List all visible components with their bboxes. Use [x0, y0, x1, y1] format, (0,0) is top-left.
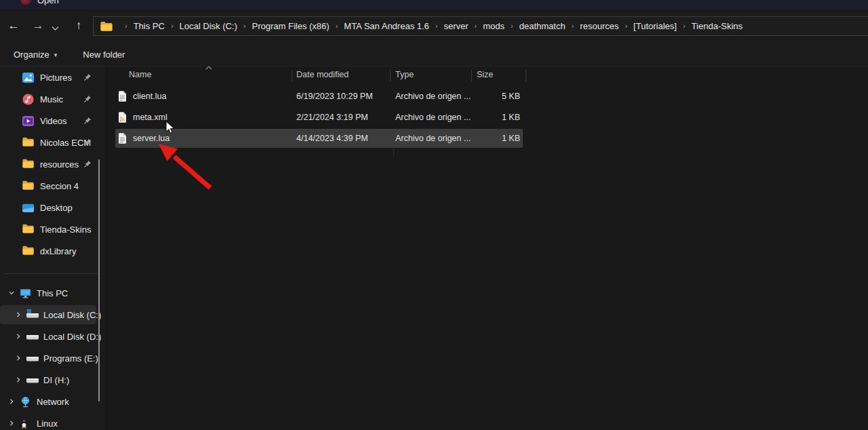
chevron-right-icon[interactable]: [15, 333, 22, 340]
chevron-right-icon[interactable]: [15, 355, 22, 361]
window-title: Open: [37, 0, 59, 5]
breadcrumb-separator: ›: [475, 22, 477, 30]
column-header-row: Name Date modified Type Size: [107, 68, 868, 83]
up-button[interactable]: ↑: [71, 18, 87, 34]
sidebar-item-label: resources: [40, 159, 79, 170]
chevron-right-icon[interactable]: [8, 420, 15, 427]
folder-icon: [22, 159, 34, 170]
mouse-cursor: [165, 121, 176, 135]
column-divider-artifact: [393, 149, 394, 156]
file-name: meta.xml: [133, 113, 167, 122]
file-row-meta-xml[interactable]: meta.xml 2/21/2024 3:19 PM Archivo de or…: [115, 108, 523, 127]
sidebar-item-pictures[interactable]: Pictures: [0, 66, 106, 88]
chevron-right-icon[interactable]: [15, 311, 22, 318]
sidebar-item-dxlibrary[interactable]: dxLibrary: [0, 240, 106, 262]
file-list-pane: Name Date modified Type Size client.lua …: [107, 66, 868, 430]
file-name: client.lua: [133, 92, 166, 101]
drive-icon: [26, 374, 38, 386]
sidebar-item-label: Programs (E:): [43, 353, 98, 364]
sidebar-item-this-pc[interactable]: This PC: [0, 282, 106, 304]
lua-file-icon: [118, 91, 127, 102]
sidebar-item-label: Music: [40, 94, 63, 104]
sidebar-divider: [4, 273, 100, 274]
sidebar-item-network[interactable]: Network: [0, 391, 106, 412]
back-button[interactable]: ←: [5, 18, 22, 34]
chevron-expanded-icon[interactable]: [8, 290, 15, 296]
sidebar-item-nicolas-ecm[interactable]: Nicolas ECM: [0, 132, 106, 153]
app-icon: [20, 0, 31, 5]
column-divider[interactable]: [471, 70, 472, 81]
sidebar-item-programs-e[interactable]: Programs (E:): [0, 347, 106, 369]
windows-drive-icon: [26, 309, 38, 321]
sidebar-item-linux[interactable]: Linux: [0, 412, 106, 430]
sidebar-item-seccion-4[interactable]: Seccion 4: [0, 175, 106, 197]
sidebar-item-label: This PC: [37, 288, 68, 298]
sidebar-scrollbar[interactable]: [98, 159, 100, 402]
folder-icon: [22, 137, 34, 149]
pin-icon: [83, 73, 92, 81]
column-header-type[interactable]: Type: [395, 70, 414, 79]
background-window-titlebar: Open: [0, 0, 868, 9]
organize-button[interactable]: Organize ▾: [14, 50, 57, 60]
sidebar-item-music[interactable]: Music: [0, 88, 106, 110]
forward-button[interactable]: →: [30, 18, 46, 34]
sidebar-item-di-h[interactable]: DI (H:): [0, 369, 106, 391]
recent-locations-chevron-icon[interactable]: [52, 20, 68, 37]
sidebar-item-label: Network: [37, 397, 69, 407]
breadcrumb-item[interactable]: Local Disk (C:): [180, 21, 237, 31]
column-header-size[interactable]: Size: [477, 70, 493, 79]
sidebar-item-label: Tienda-Skins: [40, 224, 91, 235]
column-divider[interactable]: [390, 70, 391, 81]
chevron-right-icon[interactable]: [8, 398, 15, 405]
breadcrumb-separator: ›: [171, 22, 174, 30]
folder-icon: [22, 224, 34, 235]
pictures-icon: [22, 72, 34, 83]
pin-icon: [83, 138, 92, 146]
file-date-modified: 4/14/2023 4:39 PM: [296, 134, 368, 143]
column-header-name[interactable]: Name: [129, 70, 151, 79]
sidebar-item-local-disk-c[interactable]: Local Disk (C:): [0, 304, 106, 326]
folder-icon: [22, 180, 34, 192]
sidebar-item-label: DI (H:): [43, 375, 69, 385]
column-divider[interactable]: [292, 70, 292, 81]
red-annotation-arrow: [149, 136, 224, 197]
sidebar-item-label: Videos: [40, 116, 67, 126]
breadcrumb-item[interactable]: MTA San Andreas 1.6: [344, 21, 429, 31]
breadcrumb-item[interactable]: This PC: [134, 21, 165, 31]
main-area: Pictures Music Videos: [0, 66, 868, 430]
breadcrumb-item[interactable]: server: [443, 21, 468, 31]
drive-icon: [26, 353, 38, 364]
navigation-bar: ← → ↑ › This PC › Local Disk (C:) › Prog…: [0, 9, 868, 38]
file-size: 5 KB: [454, 92, 520, 101]
organize-label: Organize: [14, 50, 50, 60]
command-toolbar: Organize ▾ New folder: [0, 38, 868, 66]
breadcrumb-item[interactable]: mods: [483, 21, 505, 31]
breadcrumb-item[interactable]: [Tutoriales]: [633, 21, 677, 31]
linux-penguin-icon: [20, 418, 31, 429]
pin-icon: [83, 117, 92, 125]
breadcrumb-item[interactable]: resources: [580, 21, 618, 31]
breadcrumb-item[interactable]: Program Files (x86): [252, 21, 330, 31]
breadcrumb-separator: ›: [625, 22, 627, 30]
sidebar-item-desktop[interactable]: Desktop: [0, 197, 106, 218]
drive-icon: [26, 331, 38, 343]
sidebar-item-resources[interactable]: resources: [0, 153, 106, 175]
network-icon: [20, 396, 31, 408]
music-icon: [22, 94, 34, 105]
breadcrumb-item[interactable]: deathmatch: [519, 21, 566, 31]
pin-icon: [83, 160, 92, 168]
breadcrumb-separator: ›: [435, 22, 438, 30]
new-folder-button[interactable]: New folder: [83, 50, 125, 60]
sidebar-item-label: Pictures: [40, 73, 72, 83]
sidebar-item-videos[interactable]: Videos: [0, 110, 106, 132]
file-size: 1 KB: [454, 134, 520, 143]
sidebar-item-tienda-skins[interactable]: Tienda-Skins: [0, 218, 106, 240]
breadcrumb-item[interactable]: Tienda-Skins: [692, 21, 743, 31]
sidebar-item-local-disk-d[interactable]: Local Disk (D:): [0, 326, 106, 347]
address-bar[interactable]: › This PC › Local Disk (C:) › Program Fi…: [93, 16, 868, 36]
file-row-client-lua[interactable]: client.lua 6/19/2023 10:29 PM Archivo de…: [115, 87, 523, 106]
sort-ascending-icon: [205, 66, 212, 70]
column-header-date-modified[interactable]: Date modified: [296, 70, 349, 79]
chevron-right-icon[interactable]: [15, 376, 22, 383]
column-divider[interactable]: [526, 70, 526, 81]
